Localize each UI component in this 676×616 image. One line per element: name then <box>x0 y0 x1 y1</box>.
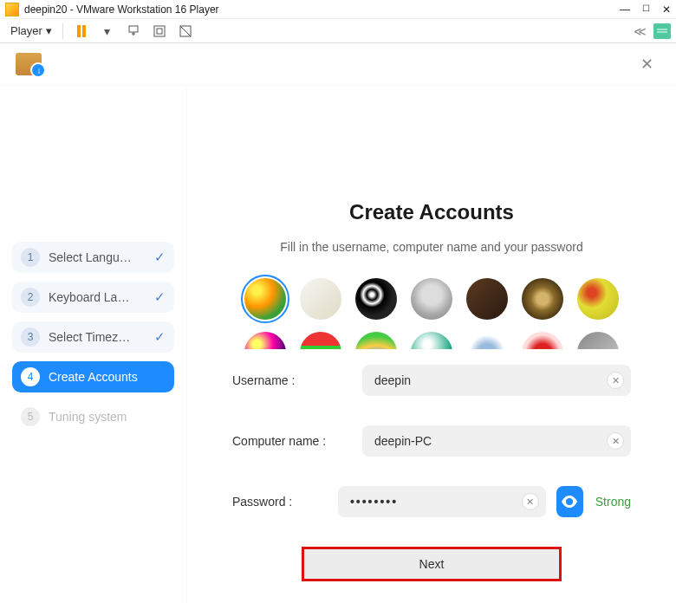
installer-close-icon[interactable]: ✕ <box>634 51 660 77</box>
player-menu[interactable]: Player ▾ <box>5 23 57 39</box>
installer-header: ↓ ✕ <box>0 43 676 85</box>
avatar-option[interactable] <box>300 332 341 349</box>
next-button[interactable]: Next <box>302 547 562 581</box>
avatar-option[interactable] <box>411 332 452 349</box>
vmware-toolbar: Player ▾ ▾ ≪ <box>0 19 676 43</box>
account-form: Username : ✕ Computer name : ✕ Password … <box>232 365 631 517</box>
username-input[interactable] <box>362 365 631 396</box>
check-icon: ✓ <box>154 289 166 305</box>
tools-status-icon[interactable] <box>653 23 671 39</box>
svg-rect-1 <box>154 26 165 36</box>
vmware-titlebar: deepin20 - VMware Workstation 16 Player … <box>0 0 676 19</box>
avatar-option[interactable] <box>355 278 397 320</box>
avatar-option[interactable] <box>411 278 452 320</box>
avatar-option[interactable] <box>466 278 508 320</box>
step-create-accounts[interactable]: 4 Create Accounts <box>12 361 174 392</box>
clear-icon[interactable]: ✕ <box>522 493 539 510</box>
step-tuning-system: 5 Tuning system <box>12 401 174 432</box>
username-label: Username : <box>232 373 362 387</box>
svg-rect-5 <box>657 27 667 36</box>
close-button[interactable]: ✕ <box>662 3 671 16</box>
main-panel: Create Accounts Fill in the username, co… <box>187 86 676 605</box>
avatar-option[interactable] <box>466 332 508 349</box>
unity-icon[interactable] <box>178 23 193 39</box>
send-cad-icon[interactable] <box>126 23 141 39</box>
svg-point-8 <box>568 500 571 503</box>
avatar-option[interactable] <box>577 278 619 320</box>
svg-rect-2 <box>157 29 162 34</box>
avatar-option[interactable] <box>244 332 286 349</box>
password-strength: Strong <box>595 495 631 509</box>
avatar-option[interactable] <box>355 332 397 349</box>
check-icon: ✓ <box>154 250 166 265</box>
sidebar: 1 Select Langu… ✓ 2 Keyboard La… ✓ 3 Sel… <box>0 86 187 605</box>
minimize-button[interactable]: — <box>620 3 630 16</box>
maximize-button[interactable]: ☐ <box>642 3 650 16</box>
rewind-icon[interactable]: ≪ <box>631 23 648 39</box>
window-title: deepin20 - VMware Workstation 16 Player <box>24 3 620 16</box>
avatar-option[interactable] <box>577 332 619 349</box>
password-input[interactable] <box>338 486 546 517</box>
chevron-down-icon: ▾ <box>46 24 52 37</box>
page-title: Create Accounts <box>222 200 641 224</box>
dropdown-icon[interactable]: ▾ <box>100 23 115 39</box>
step-select-language[interactable]: 1 Select Langu… ✓ <box>12 242 174 273</box>
installer-logo-icon: ↓ <box>16 53 42 75</box>
toggle-password-visibility-button[interactable] <box>556 486 583 517</box>
pause-icon[interactable] <box>74 23 89 39</box>
fullscreen-icon[interactable] <box>152 23 167 39</box>
avatar-option[interactable] <box>522 332 563 349</box>
step-select-timezone[interactable]: 3 Select Timez… ✓ <box>12 321 174 353</box>
avatar-option[interactable] <box>522 278 563 320</box>
svg-rect-0 <box>129 26 138 32</box>
installer-window: ↓ ✕ 1 Select Langu… ✓ 2 Keyboard La… ✓ 3… <box>0 43 676 616</box>
page-subtitle: Fill in the username, computer name and … <box>222 240 641 254</box>
computer-name-label: Computer name : <box>232 434 362 448</box>
vmware-app-icon <box>5 3 19 16</box>
avatar-option[interactable] <box>300 278 341 320</box>
check-icon: ✓ <box>154 329 166 345</box>
svg-line-4 <box>180 26 191 36</box>
clear-icon[interactable]: ✕ <box>607 372 624 389</box>
password-label: Password : <box>232 495 338 509</box>
computer-name-input[interactable] <box>362 425 631 457</box>
avatar-picker <box>222 278 641 349</box>
avatar-option[interactable] <box>244 278 286 320</box>
step-keyboard-layout[interactable]: 2 Keyboard La… ✓ <box>12 282 174 313</box>
eye-icon <box>561 496 578 508</box>
clear-icon[interactable]: ✕ <box>607 432 624 450</box>
